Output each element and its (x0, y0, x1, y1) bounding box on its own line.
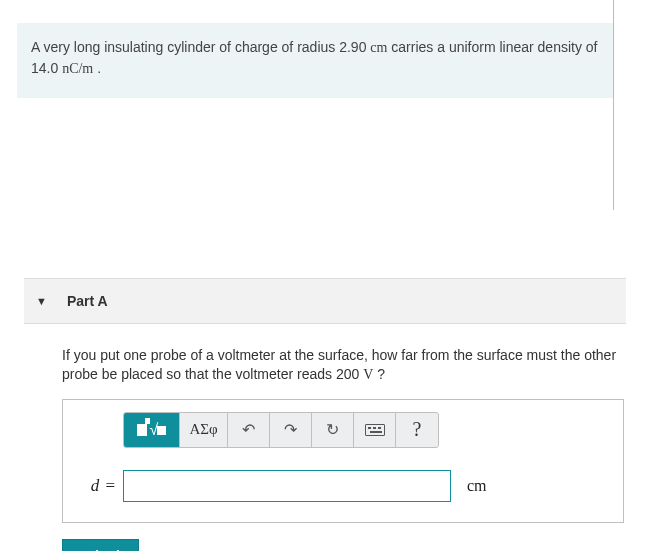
undo-button[interactable]: ↶ (228, 413, 270, 447)
redo-icon: ↷ (284, 420, 297, 439)
help-label: ? (413, 418, 422, 441)
templates-button[interactable]: √ (124, 413, 180, 447)
variable-name: d (91, 476, 100, 495)
vertical-divider (613, 0, 614, 210)
problem-text: A very long insulating cylinder of charg… (31, 39, 370, 55)
submit-button[interactable]: Submit (62, 539, 139, 551)
formula-toolbar: √ ΑΣφ ↶ ↷ ↻ ? (123, 412, 439, 448)
input-row: d = cm (81, 470, 605, 502)
question-before: If you put one probe of a voltmeter at t… (62, 347, 616, 383)
part-header[interactable]: ▼ Part A (24, 278, 626, 324)
keyboard-icon (365, 424, 385, 436)
answer-area: √ ΑΣφ ↶ ↷ ↻ ? d = cm (62, 399, 624, 523)
problem-unit-cm: cm (370, 40, 387, 55)
answer-input[interactable] (123, 470, 451, 502)
part-label: Part A (67, 293, 108, 309)
variable-label: d = (81, 476, 115, 496)
equals-sign: = (101, 476, 115, 495)
problem-text-after: . (93, 60, 101, 76)
answer-unit: cm (467, 477, 487, 495)
reset-button[interactable]: ↻ (312, 413, 354, 447)
undo-icon: ↶ (242, 420, 255, 439)
templates-icon: √ (137, 422, 167, 438)
problem-unit-ncm: nC/m (62, 61, 93, 76)
help-button[interactable]: ? (396, 413, 438, 447)
action-row: Submit Request Answer (62, 539, 624, 551)
question-after: ? (373, 366, 385, 382)
problem-statement: A very long insulating cylinder of charg… (17, 23, 613, 98)
question-text: If you put one probe of a voltmeter at t… (62, 346, 624, 385)
greek-label: ΑΣφ (189, 421, 217, 438)
greek-button[interactable]: ΑΣφ (180, 413, 228, 447)
keyboard-button[interactable] (354, 413, 396, 447)
question-unit: V (363, 367, 373, 382)
reset-icon: ↻ (326, 420, 339, 439)
redo-button[interactable]: ↷ (270, 413, 312, 447)
collapse-icon: ▼ (36, 295, 47, 307)
